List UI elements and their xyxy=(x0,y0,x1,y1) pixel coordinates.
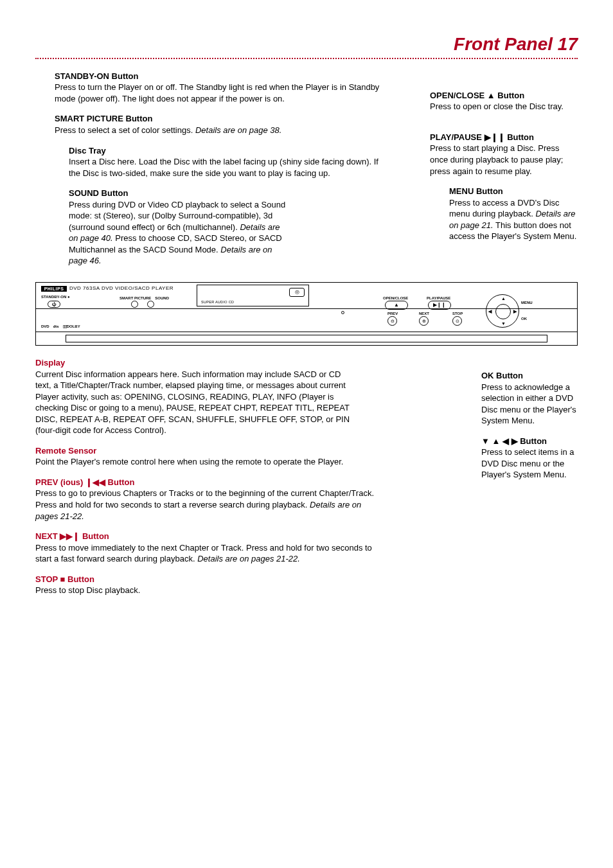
stop-diag-label: STOP xyxy=(452,311,463,316)
stop-block: STOP ■ Button Press to stop Disc playbac… xyxy=(35,574,462,596)
upper-section: STANDBY-ON Button Press to turn the Play… xyxy=(35,71,578,276)
page-title: Front Panel 17 xyxy=(35,32,578,57)
dpad-ring: ▲ ▼ ◀ ▶ xyxy=(486,294,519,328)
next-block: NEXT ▶▶❙ Button Press to move immediatel… xyxy=(35,531,462,565)
divider xyxy=(35,58,578,59)
arrows-body: Press to select items in a DVD Disc menu… xyxy=(481,447,578,481)
ok-heading: OK Button xyxy=(481,370,578,382)
stop-icon: ⊙ xyxy=(452,316,462,326)
disc-tray-diag: ◎ SUPER AUDIO CD xyxy=(197,285,309,306)
disc-icon: ◎ xyxy=(289,288,305,297)
prev-icon: ⊖ xyxy=(387,316,397,326)
remote-heading: Remote Sensor xyxy=(35,445,462,457)
disc-tray-heading: Disc Tray xyxy=(69,145,391,157)
eject-icon: ▲ xyxy=(385,301,408,310)
sp-sound-labels: SMART PICTURE SOUND xyxy=(120,296,169,301)
upper-right-col: OPEN/CLOSE ▲ Button Press to open or clo… xyxy=(430,71,578,276)
next-diag-label: NEXT xyxy=(419,311,429,316)
next-heading: NEXT ▶▶❙ Button xyxy=(35,531,462,542)
page-number: 17 xyxy=(558,34,578,54)
prev-block: PREV (ious) ❙◀◀ Button Press to go to pr… xyxy=(35,477,462,522)
smart-picture-diag-label: SMART PICTURE xyxy=(120,296,151,301)
display-strip xyxy=(35,332,578,346)
prev-diag-label: PREV xyxy=(387,311,398,316)
dolby-logo-icon: ▯▯DOLBY xyxy=(63,324,80,329)
display-block: Display Current Disc information appears… xyxy=(35,357,462,436)
up-arrow-icon: ▲ xyxy=(501,296,506,301)
standby-block: STANDBY-ON Button Press to turn the Play… xyxy=(55,71,391,105)
upper-left-col: STANDBY-ON Button Press to turn the Play… xyxy=(55,71,391,276)
brand-row: PHILIPS DVD 763SA DVD VIDEO/SACD PLAYER xyxy=(41,285,173,292)
standby-body: Press to turn the Player on or off. The … xyxy=(55,82,391,104)
left-arrow-icon: ◀ xyxy=(488,308,492,314)
stop-heading: STOP ■ Button xyxy=(35,574,462,585)
menu-block: MENU Button Press to access a DVD's Disc… xyxy=(430,186,578,242)
right-arrow-icon: ▶ xyxy=(513,308,517,314)
sacd-diag-label: SUPER AUDIO CD xyxy=(201,300,234,305)
display-inner xyxy=(66,335,547,342)
remote-sensor-block: Remote Sensor Point the Player's remote … xyxy=(35,445,462,468)
sound-heading: SOUND Button xyxy=(69,188,287,199)
ok-diag-label: OK xyxy=(521,316,527,321)
display-body: Current Disc information appears here. S… xyxy=(35,369,350,436)
dvd-logo-icon: DVD xyxy=(41,324,49,329)
sp-sound-buttons xyxy=(131,301,154,308)
remote-body: Point the Player's remote control here w… xyxy=(35,456,350,468)
menu-body: Press to access a DVD's Disc menu during… xyxy=(449,197,578,242)
play-pause-block: PLAY/PAUSE ▶❙❙ Button Press to start pla… xyxy=(430,132,578,177)
play-pause-body: Press to start playing a Disc. Press onc… xyxy=(430,143,578,177)
open-close-body: Press to open or close the Disc tray. xyxy=(430,101,578,112)
display-heading: Display xyxy=(35,357,462,369)
remote-sensor-dot xyxy=(341,311,344,314)
lower-section: Display Current Disc information appears… xyxy=(35,357,578,605)
title-text: Front Panel xyxy=(454,34,553,54)
smart-picture-diag-btn xyxy=(131,301,138,308)
lower-right-col: OK Button Press to acknowledge a selecti… xyxy=(481,357,578,605)
brand-logo: PHILIPS xyxy=(41,286,67,292)
sound-block: SOUND Button Press during DVD or Video C… xyxy=(69,188,287,267)
standby-heading: STANDBY-ON Button xyxy=(55,71,391,82)
dpad-center xyxy=(495,304,511,319)
arrows-block: ▼ ▲ ◀ ▶ Button Press to select items in … xyxy=(481,436,578,481)
dts-logo-icon: dts xyxy=(53,324,59,329)
prev-body: Press to go to previous Chapters or Trac… xyxy=(35,488,376,522)
next-icon: ⊕ xyxy=(419,316,429,326)
smart-picture-text: Press to select a set of color settings. xyxy=(55,125,195,135)
down-arrow-icon: ▼ xyxy=(501,321,506,326)
stop-body: Press to stop Disc playback. xyxy=(35,585,462,596)
sound-diag-label: SOUND xyxy=(155,296,169,301)
lower-left-col: Display Current Disc information appears… xyxy=(35,357,462,605)
menu-heading: MENU Button xyxy=(449,186,578,197)
play-pause-heading: PLAY/PAUSE ▶❙❙ Button xyxy=(430,132,578,143)
indented-group: Disc Tray Insert a Disc here. Load the D… xyxy=(55,145,391,267)
open-close-diag-label: OPEN/CLOSE xyxy=(383,296,408,301)
ok-body: Press to acknowledge a selection in eith… xyxy=(481,382,578,427)
next-body: Press to move immediately to the next Ch… xyxy=(35,542,376,565)
format-logos: DVD dts ▯▯DOLBY xyxy=(41,324,80,329)
menu-diag-label: MENU xyxy=(521,300,533,305)
arrows-heading: ▼ ▲ ◀ ▶ Button xyxy=(481,436,578,447)
smart-picture-heading: SMART PICTURE Button xyxy=(55,113,391,125)
open-close-block: OPEN/CLOSE ▲ Button Press to open or clo… xyxy=(430,90,578,112)
power-icon: ⏻ xyxy=(48,301,60,308)
sound-diag-btn xyxy=(147,301,154,308)
brand-model: DVD 763SA DVD VIDEO/SACD PLAYER xyxy=(69,285,173,292)
open-close-heading: OPEN/CLOSE ▲ Button xyxy=(430,90,578,102)
standby-diag-label: STANDBY-ON ● xyxy=(41,294,70,299)
play-pause-diag-label: PLAY/PAUSE xyxy=(427,296,450,301)
disc-tray-block: Disc Tray Insert a Disc here. Load the D… xyxy=(69,145,391,179)
smart-picture-block: SMART PICTURE Button Press to select a s… xyxy=(55,113,391,136)
smart-picture-detail: Details are on page 38. xyxy=(195,125,281,135)
sound-body: Press during DVD or Video CD playback to… xyxy=(69,199,287,267)
play-pause-icon: ▶❙❙ xyxy=(428,301,451,310)
device-body: PHILIPS DVD 763SA DVD VIDEO/SACD PLAYER … xyxy=(35,282,578,332)
smart-picture-body: Press to select a set of color settings.… xyxy=(55,125,391,136)
disc-tray-body: Insert a Disc here. Load the Disc with t… xyxy=(69,156,391,179)
ok-block: OK Button Press to acknowledge a selecti… xyxy=(481,370,578,427)
next-detail: Details are on pages 21-22. xyxy=(197,554,300,563)
prev-heading: PREV (ious) ❙◀◀ Button xyxy=(35,477,462,488)
device-diagram: PHILIPS DVD 763SA DVD VIDEO/SACD PLAYER … xyxy=(35,282,578,346)
